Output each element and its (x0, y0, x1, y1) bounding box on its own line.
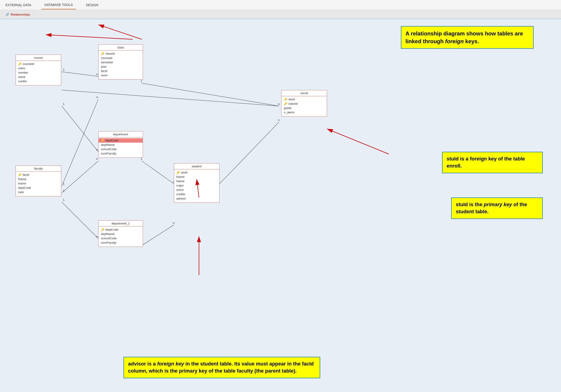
table-enroll-header: enroll (281, 90, 327, 96)
table-department-header: department (98, 131, 143, 137)
field-department-numFaculty: numFaculty (101, 151, 140, 156)
field-department-deptName: deptName (101, 143, 140, 147)
menu-bar: EXTERNAL DATA DATABASE TOOLS DESIGN (0, 0, 561, 10)
field-enroll-grade: grade (284, 106, 324, 110)
key-icon-facId: 🔑 (18, 173, 22, 176)
svg-line-29 (98, 25, 142, 39)
table-course-header: course (16, 55, 61, 61)
field-department-schoolCode: schoolCode (101, 147, 140, 151)
svg-line-1 (142, 83, 279, 106)
field-course-courseId: 🔑 courseId (18, 62, 59, 66)
field-enroll-n_alerts: n_alerts (284, 110, 324, 115)
field-student-major: major (176, 183, 217, 188)
table-faculty-header: faculty (16, 166, 61, 172)
field-enroll-stuId: 🔑 stuId (284, 97, 324, 102)
svg-text:1: 1 (63, 102, 65, 106)
table-student: student 🔑 stuId fname lname major minor … (174, 163, 220, 203)
svg-text:∞: ∞ (278, 118, 280, 122)
field-faculty-deptCode: deptCode (18, 186, 59, 190)
table-enroll: enroll 🔑 stuId 🔑 classId grade n_alerts (281, 90, 327, 117)
svg-text:∞: ∞ (96, 73, 98, 76)
key-icon-deptCode: 🔑 (101, 139, 104, 142)
menu-design[interactable]: DESIGN (83, 1, 102, 9)
table-department-body: 🔑 deptCode deptName schoolCode numFacult… (98, 137, 143, 158)
field-class-classId: 🔑 classId (101, 52, 140, 56)
field-dept1-schoolCode: schoolCode (101, 236, 140, 241)
relationships-icon: 🔗 (5, 12, 9, 16)
table-faculty-body: 🔑 facId fname lname deptCode rank (16, 172, 61, 196)
key-icon-courseId: 🔑 (18, 62, 22, 66)
svg-line-6 (142, 161, 174, 184)
field-student-credits: credits (176, 192, 217, 196)
svg-line-9 (62, 90, 279, 106)
key-icon-classId: 🔑 (101, 52, 104, 55)
table-department: department 🔑 deptCode deptName schoolCod… (98, 131, 143, 158)
annotation-stuid-fk: stuId is a foreign key of the table enro… (442, 152, 543, 173)
svg-line-31 (327, 129, 389, 154)
table-department-1-header: department_1 (98, 221, 143, 226)
table-student-header: student (174, 163, 219, 169)
table-department-1: department_1 🔑 deptCode deptName schoolC… (98, 220, 143, 247)
svg-line-7 (220, 122, 279, 184)
tab-bar: 🔗 Relationships (0, 10, 561, 19)
key-icon-dept1-deptCode: 🔑 (101, 228, 104, 231)
table-student-body: 🔑 stuId fname lname major minor credits … (174, 169, 219, 202)
field-student-advisor: advisor (176, 196, 217, 201)
svg-text:1: 1 (141, 79, 142, 83)
svg-line-4 (62, 161, 98, 193)
field-enroll-classId: 🔑 classId (284, 102, 324, 106)
svg-text:∞: ∞ (96, 148, 98, 151)
svg-line-3 (62, 99, 98, 186)
table-class: class 🔑 classId courseId semester year f… (98, 44, 143, 80)
svg-text:∞: ∞ (96, 235, 98, 238)
field-class-facId: facId (101, 69, 140, 73)
field-dept1-deptCode: 🔑 deptCode (101, 227, 140, 232)
svg-text:∞: ∞ (278, 102, 280, 106)
field-course-credits: credits (18, 79, 59, 84)
table-course-body: 🔑 courseId rubric number name credits (16, 61, 61, 85)
svg-text:∞: ∞ (96, 157, 98, 160)
svg-line-2 (62, 106, 98, 152)
field-class-room: room (101, 73, 140, 77)
field-course-name: name (18, 75, 59, 79)
menu-database-tools[interactable]: DATABASE TOOLS (41, 1, 76, 9)
annotation-stuid-pk: stuId is the primary key of the student … (451, 198, 543, 219)
tab-relationships[interactable]: 🔗 Relationships (2, 11, 34, 18)
field-faculty-facId: 🔑 facId (18, 173, 59, 177)
svg-text:1: 1 (63, 182, 65, 186)
annotation-relationship-desc: A relationship diagram shows how tables … (401, 26, 534, 49)
field-student-lname: lname (176, 179, 217, 183)
field-faculty-rank: rank (18, 190, 59, 194)
table-department-1-body: 🔑 deptCode deptName schoolCode numFacult… (98, 226, 143, 247)
field-faculty-fname: fname (18, 177, 59, 181)
field-class-courseId: courseId (101, 56, 140, 60)
field-class-year: year (101, 64, 140, 69)
svg-line-8 (142, 225, 174, 245)
table-enroll-body: 🔑 stuId 🔑 classId grade n_alerts (281, 96, 327, 116)
key-icon-enroll-classId: 🔑 (284, 102, 287, 105)
svg-text:1: 1 (63, 189, 65, 192)
field-faculty-lname: lname (18, 181, 59, 186)
svg-text:1: 1 (63, 68, 65, 71)
svg-line-0 (62, 72, 98, 76)
field-course-rubric: rubric (18, 66, 59, 70)
svg-text:∞: ∞ (96, 95, 98, 99)
table-class-header: class (98, 44, 143, 51)
svg-line-5 (62, 202, 98, 239)
field-department-deptCode: 🔑 deptCode (98, 138, 143, 143)
svg-text:∞: ∞ (173, 221, 175, 224)
diagram-area: 1 ∞ 1 ∞ 1 ∞ 1 ∞ 1 ∞ 1 ∞ 1 ∞ 1 ∞ 1 ∞ cour… (0, 19, 561, 392)
annotation-advisor-fk: advisor is a foreign key in the student … (123, 357, 320, 378)
table-class-body: 🔑 classId courseId semester year facId r… (98, 51, 143, 79)
field-dept1-numFaculty: numFaculty (101, 241, 140, 245)
field-dept1-deptName: deptName (101, 232, 140, 236)
table-course: course 🔑 courseId rubric number name cre… (16, 55, 61, 85)
key-icon-enroll-stuId: 🔑 (284, 98, 287, 101)
tab-label: Relationships (11, 13, 30, 16)
svg-line-30 (46, 35, 133, 39)
field-student-minor: minor (176, 188, 217, 192)
key-icon-student-stuId: 🔑 (176, 171, 180, 174)
field-student-stuId: 🔑 stuId (176, 170, 217, 175)
field-course-number: number (18, 70, 59, 75)
menu-external-data[interactable]: EXTERNAL DATA (2, 1, 34, 9)
